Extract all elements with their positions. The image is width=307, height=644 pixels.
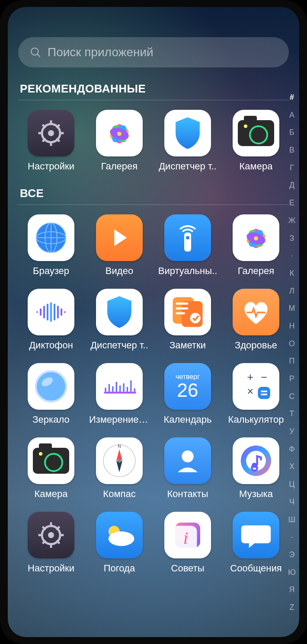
index-letter[interactable]: Ю bbox=[288, 568, 296, 576]
app-label: Диспетчер т.. bbox=[159, 161, 217, 172]
index-letter[interactable]: К bbox=[290, 269, 294, 277]
app-contacts[interactable]: Контакты bbox=[157, 437, 219, 500]
messages-icon bbox=[233, 512, 279, 558]
index-letter[interactable]: У bbox=[289, 427, 294, 435]
app-tips[interactable]: iСоветы bbox=[157, 512, 219, 574]
app-camera[interactable]: Камера bbox=[20, 437, 82, 500]
gallery-icon bbox=[96, 110, 143, 156]
app-health[interactable]: Здоровье bbox=[225, 289, 287, 351]
app-calculator[interactable]: +−×Калькулятор bbox=[225, 363, 287, 425]
index-letter[interactable]: Ц bbox=[289, 480, 294, 488]
app-video[interactable]: Видео bbox=[88, 214, 150, 277]
index-letter[interactable]: Z bbox=[290, 603, 294, 611]
app-remote[interactable]: Виртуальны.. bbox=[157, 214, 219, 277]
index-letter[interactable]: Ф bbox=[289, 445, 295, 453]
app-notes[interactable]: Заметки bbox=[157, 289, 219, 351]
index-letter[interactable]: Н bbox=[289, 322, 295, 330]
index-letter[interactable]: Ж bbox=[288, 217, 296, 224]
svg-text:−: − bbox=[261, 371, 268, 383]
divider bbox=[18, 204, 289, 205]
svg-point-70 bbox=[118, 459, 122, 463]
app-gallery[interactable]: Галерея bbox=[88, 110, 150, 172]
svg-point-0 bbox=[31, 48, 38, 55]
index-letter[interactable]: Г bbox=[290, 164, 294, 172]
search-icon bbox=[29, 46, 42, 58]
app-label: Камера bbox=[35, 488, 68, 500]
calendar-icon: четверг26 bbox=[164, 363, 211, 410]
phonemgr-icon bbox=[164, 110, 211, 156]
index-letter[interactable]: Б bbox=[289, 128, 294, 136]
svg-text:×: × bbox=[247, 385, 254, 397]
index-letter[interactable]: Д bbox=[289, 181, 294, 189]
app-label: Измерение с.. bbox=[89, 414, 150, 425]
app-label: Сообщения bbox=[230, 563, 281, 574]
index-letter[interactable]: Я bbox=[289, 586, 295, 593]
index-letter[interactable]: М bbox=[289, 304, 295, 312]
index-letter[interactable]: · bbox=[291, 252, 293, 259]
divider bbox=[18, 100, 289, 100]
video-icon bbox=[96, 214, 143, 261]
app-messages[interactable]: Сообщения bbox=[225, 512, 287, 574]
svg-line-1 bbox=[38, 54, 40, 57]
app-weather[interactable]: Погода bbox=[88, 512, 150, 574]
index-letter[interactable]: Т bbox=[290, 410, 294, 418]
app-drawer[interactable]: Поиск приложений РЕКОМЕНДОВАННЫЕ Настрой… bbox=[8, 7, 299, 637]
app-soundmeter[interactable]: Измерение с.. bbox=[88, 363, 150, 425]
app-label: Календарь bbox=[163, 414, 211, 425]
phonemgr-icon bbox=[96, 289, 143, 335]
index-letter[interactable]: О bbox=[289, 340, 295, 348]
app-label: Виртуальны.. bbox=[158, 265, 217, 277]
search-input[interactable]: Поиск приложений bbox=[18, 37, 289, 67]
svg-point-76 bbox=[48, 532, 54, 538]
app-mirror[interactable]: Зеркало bbox=[20, 363, 82, 425]
camera-icon bbox=[28, 437, 74, 484]
svg-point-17 bbox=[117, 132, 122, 136]
index-letter[interactable]: # bbox=[290, 93, 294, 101]
index-letter[interactable]: А bbox=[289, 111, 294, 119]
app-calendar[interactable]: четверг26Календарь bbox=[157, 363, 219, 425]
app-gallery[interactable]: Галерея bbox=[225, 214, 287, 277]
svg-text:i: i bbox=[183, 528, 188, 548]
index-letter[interactable]: Э bbox=[289, 551, 295, 558]
app-label: Настройки bbox=[28, 161, 74, 172]
index-letter[interactable]: Е bbox=[289, 199, 294, 207]
contacts-icon bbox=[164, 437, 211, 484]
phone-frame: Поиск приложений РЕКОМЕНДОВАННЫЕ Настрой… bbox=[0, 0, 307, 644]
index-letter[interactable]: Ч bbox=[289, 498, 294, 506]
index-letter[interactable]: Р bbox=[289, 375, 294, 383]
app-settings[interactable]: Настройки bbox=[20, 512, 82, 574]
index-letter[interactable]: В bbox=[289, 146, 294, 154]
alphabet-index[interactable]: #АБВГДЕЖЗ·КЛМНОПРСТУФХЦЧШ·ЭЮЯZ bbox=[286, 93, 297, 611]
settings-icon bbox=[28, 512, 74, 558]
app-label: Советы bbox=[171, 563, 205, 574]
recommended-header: РЕКОМЕНДОВАННЫЕ bbox=[20, 82, 289, 96]
index-letter[interactable]: Х bbox=[289, 462, 294, 470]
app-phonemgr[interactable]: Диспетчер т.. bbox=[88, 289, 150, 351]
index-letter[interactable]: С bbox=[289, 392, 295, 400]
index-letter[interactable]: Ш bbox=[288, 516, 296, 523]
app-compass[interactable]: NКомпас bbox=[88, 437, 150, 500]
app-browser[interactable]: Браузер bbox=[20, 214, 82, 277]
app-settings[interactable]: Настройки bbox=[20, 110, 82, 172]
index-letter[interactable]: Л bbox=[289, 287, 294, 295]
app-phonemgr[interactable]: Диспетчер т.. bbox=[157, 110, 219, 172]
notes-icon bbox=[164, 289, 211, 335]
browser-icon bbox=[28, 214, 74, 261]
app-camera[interactable]: Камера bbox=[225, 110, 287, 172]
recorder-icon bbox=[28, 289, 74, 335]
index-letter[interactable]: З bbox=[290, 234, 294, 242]
svg-point-25 bbox=[186, 236, 189, 239]
camera-icon bbox=[233, 110, 279, 156]
index-letter[interactable]: · bbox=[291, 533, 293, 541]
app-label: Настройки bbox=[28, 563, 74, 574]
app-recorder[interactable]: Диктофон bbox=[20, 289, 82, 351]
search-placeholder: Поиск приложений bbox=[48, 45, 154, 59]
app-label: Диктофон bbox=[29, 340, 73, 351]
app-label: Галерея bbox=[238, 265, 274, 277]
app-label: Камера bbox=[240, 161, 273, 172]
svg-rect-64 bbox=[261, 391, 267, 392]
app-label: Компас bbox=[103, 488, 135, 500]
app-label: Диспетчер т.. bbox=[90, 340, 148, 351]
app-music[interactable]: Музыка bbox=[225, 437, 287, 500]
index-letter[interactable]: П bbox=[289, 357, 295, 365]
